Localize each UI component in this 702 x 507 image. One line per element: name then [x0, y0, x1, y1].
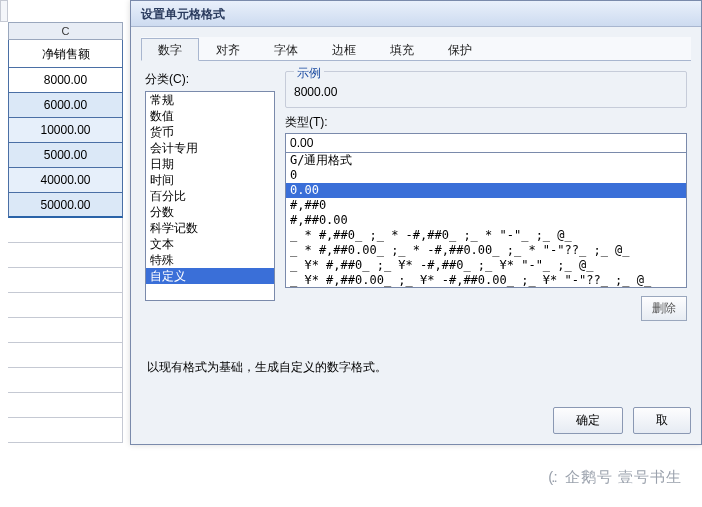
format-code-item[interactable]: _ * #,##0.00_ ;_ * -#,##0.00_ ;_ * "-"??…	[286, 243, 686, 258]
category-list[interactable]: 常规 数值 货币 会计专用 日期 时间 百分比 分数 科学记数 文本 特殊 自定…	[145, 91, 275, 301]
format-code-item[interactable]: #,##0.00	[286, 213, 686, 228]
category-item[interactable]: 数值	[146, 108, 274, 124]
watermark-brand: 企鹅号	[565, 468, 613, 485]
sample-label: 示例	[294, 65, 324, 82]
category-item[interactable]: 百分比	[146, 188, 274, 204]
ok-button[interactable]: 确定	[553, 407, 623, 434]
format-code-item[interactable]: 0	[286, 168, 686, 183]
format-cells-dialog: 设置单元格格式 数字 对齐 字体 边框 填充 保护 分类(C): 常规 数值 货…	[130, 0, 702, 445]
type-label: 类型(T):	[285, 114, 687, 131]
column-header-c[interactable]: C	[8, 22, 123, 40]
type-input[interactable]	[285, 133, 687, 153]
empty-cell[interactable]	[8, 268, 123, 293]
delete-button[interactable]: 删除	[641, 296, 687, 321]
tab-border[interactable]: 边框	[315, 38, 373, 61]
tab-protection[interactable]: 保护	[431, 38, 489, 61]
format-code-item[interactable]: 0.00	[286, 183, 686, 198]
sample-box: 示例 8000.00	[285, 71, 687, 108]
dialog-title: 设置单元格格式	[131, 1, 701, 27]
format-code-list[interactable]: G/通用格式 0 0.00 #,##0 #,##0.00 _ * #,##0_ …	[285, 153, 687, 288]
cell[interactable]: 6000.00	[8, 93, 123, 118]
category-item[interactable]: 特殊	[146, 252, 274, 268]
tab-alignment[interactable]: 对齐	[199, 38, 257, 61]
empty-cell[interactable]	[8, 218, 123, 243]
category-item[interactable]: 科学记数	[146, 220, 274, 236]
cell[interactable]: 8000.00	[8, 68, 123, 93]
cell[interactable]: 5000.00	[8, 143, 123, 168]
empty-cell[interactable]	[8, 293, 123, 318]
sheet-corner	[0, 0, 8, 22]
empty-cell[interactable]	[8, 318, 123, 343]
sample-value: 8000.00	[294, 85, 678, 99]
cancel-button[interactable]: 取	[633, 407, 691, 434]
empty-cell[interactable]	[8, 343, 123, 368]
format-code-item[interactable]: _ * #,##0_ ;_ * -#,##0_ ;_ * "-"_ ;_ @_	[286, 228, 686, 243]
category-item[interactable]: 文本	[146, 236, 274, 252]
watermark: (.: 企鹅号 壹号书生	[548, 468, 682, 487]
category-label: 分类(C):	[145, 71, 275, 88]
cell[interactable]: 40000.00	[8, 168, 123, 193]
empty-cell[interactable]	[8, 368, 123, 393]
empty-cell[interactable]	[8, 243, 123, 268]
cell[interactable]: 50000.00	[8, 193, 123, 218]
category-item[interactable]: 日期	[146, 156, 274, 172]
category-item[interactable]: 会计专用	[146, 140, 274, 156]
watermark-icon: (.:	[548, 468, 555, 485]
empty-cell[interactable]	[8, 418, 123, 443]
watermark-author: 壹号书生	[618, 468, 682, 485]
format-code-item[interactable]: G/通用格式	[286, 153, 686, 168]
category-item[interactable]: 货币	[146, 124, 274, 140]
category-item[interactable]: 分数	[146, 204, 274, 220]
cell-header[interactable]: 净销售额	[8, 40, 123, 68]
format-code-item[interactable]: _ ¥* #,##0.00_ ;_ ¥* -#,##0.00_ ;_ ¥* "-…	[286, 273, 686, 288]
category-item[interactable]: 常规	[146, 92, 274, 108]
hint-text: 以现有格式为基础，生成自定义的数字格式。	[141, 351, 691, 376]
category-item[interactable]: 时间	[146, 172, 274, 188]
cell[interactable]: 10000.00	[8, 118, 123, 143]
tab-fill[interactable]: 填充	[373, 38, 431, 61]
tab-number[interactable]: 数字	[141, 38, 199, 61]
dialog-tabs: 数字 对齐 字体 边框 填充 保护	[141, 37, 691, 61]
category-item-custom[interactable]: 自定义	[146, 268, 274, 284]
format-code-item[interactable]: _ ¥* #,##0_ ;_ ¥* -#,##0_ ;_ ¥* "-"_ ;_ …	[286, 258, 686, 273]
empty-cell[interactable]	[8, 393, 123, 418]
spreadsheet-column: C 净销售额 8000.00 6000.00 10000.00 5000.00 …	[0, 0, 130, 443]
tab-font[interactable]: 字体	[257, 38, 315, 61]
format-code-item[interactable]: #,##0	[286, 198, 686, 213]
